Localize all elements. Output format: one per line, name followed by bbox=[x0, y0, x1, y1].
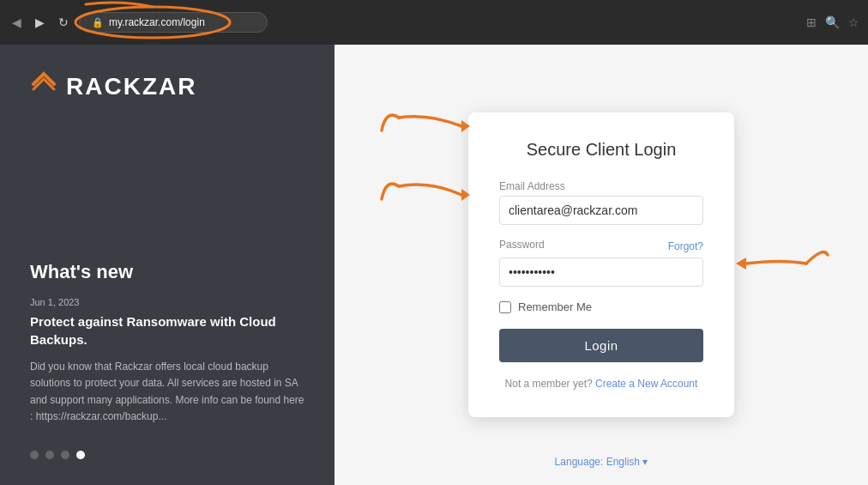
email-arrow bbox=[382, 115, 470, 132]
email-field-group: Email Address bbox=[499, 180, 703, 225]
password-label-row: Password Forgot? bbox=[499, 239, 703, 254]
dot-3[interactable] bbox=[61, 451, 69, 459]
logo-icon bbox=[30, 70, 63, 102]
password-input[interactable] bbox=[499, 258, 703, 287]
language-label: Language: bbox=[555, 456, 604, 468]
dot-2[interactable] bbox=[45, 451, 54, 459]
login-arrow bbox=[736, 252, 828, 270]
logo-area: RACKZAR bbox=[30, 70, 304, 102]
page-content: RACKZAR What's new Jun 1, 2023 Protect a… bbox=[0, 45, 868, 485]
address-bar[interactable]: 🔒 my.rackzar.com/login bbox=[79, 12, 268, 33]
news-body: Did you know that Rackzar offers local c… bbox=[30, 359, 304, 425]
news-title: Protect against Ransomware with Cloud Ba… bbox=[30, 312, 304, 349]
password-label: Password bbox=[499, 239, 545, 251]
url-text: my.rackzar.com/login bbox=[109, 16, 205, 28]
news-section: What's new Jun 1, 2023 Protect against R… bbox=[30, 261, 304, 442]
forward-button[interactable]: ▶ bbox=[32, 14, 48, 31]
zoom-icon[interactable]: 🔍 bbox=[825, 15, 840, 29]
bookmark-icon[interactable]: ☆ bbox=[848, 15, 859, 29]
remember-label: Remember Me bbox=[518, 300, 592, 313]
remember-row: Remember Me bbox=[499, 300, 703, 313]
remember-checkbox[interactable] bbox=[499, 301, 511, 313]
news-date: Jun 1, 2023 bbox=[30, 297, 304, 307]
register-text: Not a member yet? bbox=[505, 378, 593, 390]
forgot-link[interactable]: Forgot? bbox=[668, 240, 703, 252]
password-arrow bbox=[382, 184, 470, 201]
browser-chrome: ◀ ▶ ↻ 🔒 my.rackzar.com/login ⊞ 🔍 ☆ bbox=[0, 0, 868, 45]
back-button[interactable]: ◀ bbox=[9, 14, 25, 31]
language-dropdown-icon[interactable]: ▾ bbox=[642, 456, 648, 468]
register-link-row: Not a member yet? Create a New Account bbox=[499, 378, 703, 390]
password-field-group: Password Forgot? bbox=[499, 239, 703, 287]
email-label: Email Address bbox=[499, 180, 703, 192]
lock-icon: 🔒 bbox=[92, 17, 104, 28]
refresh-button[interactable]: ↻ bbox=[55, 14, 72, 31]
login-button[interactable]: Login bbox=[499, 329, 703, 362]
extensions-icon[interactable]: ⊞ bbox=[806, 15, 817, 29]
logo-text: RACKZAR bbox=[66, 73, 196, 100]
whats-new-heading: What's new bbox=[30, 261, 304, 283]
svg-marker-3 bbox=[736, 258, 746, 270]
dot-4[interactable] bbox=[76, 451, 85, 459]
login-card: Secure Client Login Email Address Passwo… bbox=[468, 112, 734, 417]
language-value[interactable]: English bbox=[606, 456, 640, 468]
login-title: Secure Client Login bbox=[499, 140, 703, 160]
browser-actions: ⊞ 🔍 ☆ bbox=[806, 15, 859, 29]
create-account-link[interactable]: Create a New Account bbox=[595, 378, 697, 390]
carousel-dots bbox=[30, 451, 304, 459]
dot-1[interactable] bbox=[30, 451, 39, 459]
email-input[interactable] bbox=[499, 196, 703, 225]
right-panel: Secure Client Login Email Address Passwo… bbox=[335, 45, 868, 485]
left-panel: RACKZAR What's new Jun 1, 2023 Protect a… bbox=[0, 45, 335, 485]
language-selector[interactable]: Language: English ▾ bbox=[335, 456, 868, 468]
